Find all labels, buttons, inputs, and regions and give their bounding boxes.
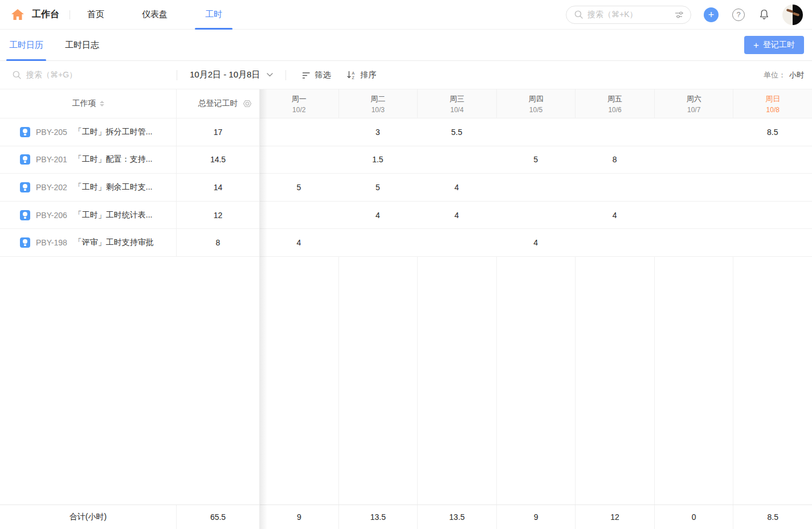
day-hours-cell[interactable] [259, 146, 338, 174]
day-column-header-wed[interactable]: 周三10/4 [417, 89, 496, 118]
day-hours-cell[interactable]: 4 [496, 229, 576, 256]
day-hours-cell[interactable]: 4 [575, 202, 654, 229]
footer-day-total: 9 [496, 505, 576, 529]
table-row[interactable]: PBY-206 「工时」工时统计表... 12 4 4 4 [0, 202, 812, 229]
day-hours-cell[interactable] [654, 202, 733, 229]
column-header-work-item[interactable]: 工作项 [0, 89, 177, 118]
work-item-title[interactable]: 「工时」配置：支持... [74, 154, 153, 165]
plus-icon: + [708, 10, 715, 20]
work-item-title[interactable]: 「工时」剩余工时支... [74, 182, 153, 192]
table-toolbar: 搜索（⌘+G） 10月2日 - 10月8日 筛选 AZ 排序 单位：小时 [0, 61, 812, 89]
global-search-placeholder: 搜索（⌘+K） [587, 10, 675, 20]
work-item-cell[interactable]: PBY-205 「工时」拆分工时管... [0, 118, 177, 146]
day-hours-cell[interactable] [496, 202, 576, 229]
search-icon [13, 71, 21, 79]
day-hours-cell[interactable]: 8.5 [733, 118, 812, 146]
day-column-header-fri[interactable]: 周五10/6 [575, 89, 654, 118]
unit-value: 小时 [789, 71, 804, 79]
day-hours-cell[interactable] [259, 118, 338, 146]
help-icon[interactable]: ? [732, 9, 745, 21]
work-item-cell[interactable]: PBY-202 「工时」剩余工时支... [0, 174, 177, 201]
work-item-type-icon [20, 237, 30, 248]
search-filter-icon[interactable] [675, 11, 684, 19]
day-column-header-sun-today[interactable]: 周日10/8 [733, 89, 812, 118]
sort-carets-icon[interactable] [100, 101, 104, 106]
work-item-id: PBY-205 [36, 128, 67, 137]
work-item-cell[interactable]: PBY-198 「评审」工时支持审批 [0, 229, 177, 256]
footer-day-total: 0 [654, 505, 733, 529]
table-body: PBY-205 「工时」拆分工时管... 17 3 5.5 8.5 PBY- [0, 118, 812, 505]
sort-button[interactable]: AZ 排序 [346, 70, 376, 80]
nav-item-dashboard[interactable]: 仪表盘 [142, 0, 168, 30]
day-hours-cell[interactable] [338, 229, 418, 256]
day-hours-cell[interactable] [259, 202, 338, 229]
day-hours-cell[interactable]: 5 [496, 146, 576, 174]
unit-label: 单位： [764, 71, 786, 79]
register-worktime-button[interactable]: + 登记工时 [744, 36, 804, 54]
day-hours-cell[interactable] [733, 174, 812, 201]
work-item-cell[interactable]: PBY-206 「工时」工时统计表... [0, 202, 177, 229]
day-hours-cell[interactable] [575, 118, 654, 146]
plus-icon: + [753, 40, 759, 50]
day-hours-cell[interactable]: 5 [338, 174, 418, 201]
tab-worktime-log[interactable]: 工时日志 [65, 30, 99, 61]
topnav-right-actions: 搜索（⌘+K） + ? [566, 5, 803, 25]
day-hours-cell[interactable] [733, 202, 812, 229]
user-avatar[interactable] [782, 5, 803, 25]
day-hours-cell[interactable] [654, 174, 733, 201]
day-hours-cell[interactable] [654, 118, 733, 146]
day-hours-cell[interactable] [733, 229, 812, 256]
day-hours-cell[interactable] [575, 174, 654, 201]
work-item-title[interactable]: 「工时」拆分工时管... [74, 127, 153, 137]
work-item-title[interactable]: 「工时」工时统计表... [74, 210, 153, 220]
date-range-selector[interactable]: 10月2日 - 10月8日 [190, 69, 273, 80]
day-hours-cell[interactable] [575, 229, 654, 256]
day-hours-cell[interactable] [496, 174, 576, 201]
day-hours-cell[interactable]: 8 [575, 146, 654, 174]
home-icon[interactable] [10, 8, 25, 22]
day-hours-cell[interactable]: 1.5 [338, 146, 418, 174]
day-hours-cell[interactable] [654, 146, 733, 174]
work-item-type-icon [20, 154, 30, 165]
table-row[interactable]: PBY-202 「工时」剩余工时支... 14 5 5 4 [0, 174, 812, 202]
work-item-cell[interactable]: PBY-201 「工时」配置：支持... [0, 146, 177, 174]
notifications-bell-icon[interactable] [758, 9, 770, 20]
footer-grand-total: 65.5 [177, 505, 259, 529]
day-hours-cell[interactable] [417, 146, 496, 174]
nav-item-home[interactable]: 首页 [87, 0, 104, 30]
day-hours-cell[interactable] [654, 229, 733, 256]
create-button[interactable]: + [704, 7, 719, 22]
day-hours-cell[interactable]: 4 [417, 202, 496, 229]
table-row[interactable]: PBY-201 「工时」配置：支持... 14.5 1.5 5 8 [0, 146, 812, 174]
view-tab-bar: 工时日历 工时日志 + 登记工时 [0, 30, 812, 61]
filter-button[interactable]: 筛选 [302, 70, 330, 80]
nav-item-worktime[interactable]: 工时 [205, 0, 222, 30]
day-column-header-thu[interactable]: 周四10/5 [496, 89, 576, 118]
day-hours-cell[interactable]: 5 [259, 174, 338, 201]
column-settings-gear-icon[interactable] [242, 98, 253, 109]
table-row[interactable]: PBY-198 「评审」工时支持审批 8 4 4 [0, 229, 812, 257]
day-hours-cell[interactable]: 3 [338, 118, 418, 146]
sort-az-icon: AZ [346, 71, 356, 79]
workspace-label[interactable]: 工作台 [32, 9, 59, 20]
table-search-input[interactable]: 搜索（⌘+G） [13, 70, 177, 80]
table-row[interactable]: PBY-205 「工时」拆分工时管... 17 3 5.5 8.5 [0, 118, 812, 146]
work-item-id: PBY-198 [36, 238, 67, 247]
day-column-header-mon[interactable]: 周一10/2 [259, 89, 338, 118]
day-hours-cell[interactable]: 4 [417, 174, 496, 201]
svg-text:A: A [352, 71, 355, 75]
footer-day-total: 8.5 [733, 505, 812, 529]
day-hours-cell[interactable] [496, 118, 576, 146]
day-column-header-sat[interactable]: 周六10/7 [654, 89, 733, 118]
day-hours-cell[interactable] [733, 146, 812, 174]
table-search-placeholder: 搜索（⌘+G） [26, 70, 77, 80]
work-item-title[interactable]: 「评审」工时支持审批 [74, 237, 154, 248]
day-hours-cell[interactable]: 4 [259, 229, 338, 256]
day-hours-cell[interactable]: 4 [338, 202, 418, 229]
tab-worktime-calendar[interactable]: 工时日历 [9, 30, 43, 61]
day-hours-cell[interactable]: 5.5 [417, 118, 496, 146]
day-hours-cell[interactable] [417, 229, 496, 256]
day-column-header-tue[interactable]: 周二10/3 [338, 89, 418, 118]
total-hours-cell: 12 [177, 202, 259, 229]
global-search-input[interactable]: 搜索（⌘+K） [566, 6, 691, 24]
